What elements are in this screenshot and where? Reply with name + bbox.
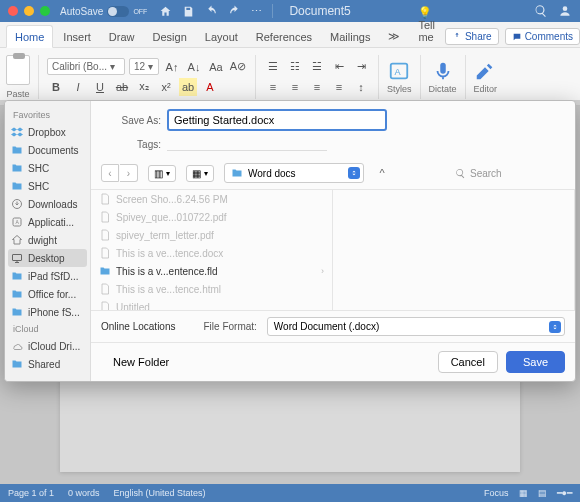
superscript-icon[interactable]: x² bbox=[157, 78, 175, 96]
collapse-icon[interactable]: ^ bbox=[374, 165, 390, 181]
saveas-input[interactable] bbox=[167, 109, 387, 131]
sidebar-item-office[interactable]: Office for... bbox=[5, 285, 90, 303]
styles-group[interactable]: A Styles bbox=[387, 60, 412, 94]
tags-input[interactable] bbox=[167, 137, 327, 151]
tab-more[interactable]: ≫ bbox=[380, 25, 408, 47]
quick-access: ⋯ bbox=[159, 5, 262, 18]
sidebar-item-dropbox[interactable]: Dropbox bbox=[5, 123, 90, 141]
file-item: Screen Sho...6.24.56 PM bbox=[91, 190, 332, 208]
share-button[interactable]: Share bbox=[445, 28, 499, 45]
sidebar-item-iphone[interactable]: iPhone fS... bbox=[5, 303, 90, 321]
location-dropdown[interactable]: Word docs bbox=[224, 163, 364, 183]
autosave-toggle[interactable]: AutoSave OFF bbox=[60, 6, 147, 17]
bullets-icon[interactable]: ☰ bbox=[264, 58, 282, 76]
sidebar-item-desktop[interactable]: Desktop bbox=[8, 249, 87, 267]
file-item: Untitled bbox=[91, 298, 332, 310]
tell-me[interactable]: 💡 Tell me bbox=[410, 1, 443, 47]
view-mode-dropdown[interactable]: ▥ ▾ bbox=[148, 165, 176, 182]
sidebar-item-shc1[interactable]: SHC bbox=[5, 159, 90, 177]
tags-label: Tags: bbox=[105, 139, 161, 150]
tab-mailings[interactable]: Mailings bbox=[322, 26, 378, 47]
new-folder-button[interactable]: New Folder bbox=[101, 352, 181, 372]
save-icon[interactable] bbox=[182, 5, 195, 18]
view-print-icon[interactable]: ▦ bbox=[519, 488, 528, 498]
align-right-icon[interactable]: ≡ bbox=[308, 78, 326, 96]
italic-icon[interactable]: I bbox=[69, 78, 87, 96]
tab-draw[interactable]: Draw bbox=[101, 26, 143, 47]
save-button[interactable]: Save bbox=[506, 351, 565, 373]
sidebar-item-shc2[interactable]: SHC bbox=[5, 177, 90, 195]
dictate-group[interactable]: Dictate bbox=[429, 60, 457, 94]
status-words[interactable]: 0 words bbox=[68, 488, 100, 498]
account-icon[interactable] bbox=[558, 4, 572, 18]
zoom-window[interactable] bbox=[40, 6, 50, 16]
undo-icon[interactable] bbox=[205, 5, 218, 18]
multilevel-icon[interactable]: ☱ bbox=[308, 58, 326, 76]
change-case-icon[interactable]: Aa bbox=[207, 58, 225, 76]
status-page[interactable]: Page 1 of 1 bbox=[8, 488, 54, 498]
cancel-button[interactable]: Cancel bbox=[438, 351, 498, 373]
document-title: Document5 bbox=[289, 4, 350, 18]
highlight-icon[interactable]: ab bbox=[179, 78, 197, 96]
view-web-icon[interactable]: ▤ bbox=[538, 488, 547, 498]
outdent-icon[interactable]: ⇤ bbox=[330, 58, 348, 76]
align-center-icon[interactable]: ≡ bbox=[286, 78, 304, 96]
paste-label: Paste bbox=[6, 89, 29, 99]
tab-home[interactable]: Home bbox=[6, 25, 53, 48]
tab-layout[interactable]: Layout bbox=[197, 26, 246, 47]
font-color-icon[interactable]: A bbox=[201, 78, 219, 96]
shrink-font-icon[interactable]: A↓ bbox=[185, 58, 203, 76]
tab-references[interactable]: References bbox=[248, 26, 320, 47]
close-window[interactable] bbox=[8, 6, 18, 16]
sidebar-item-dwight[interactable]: dwight bbox=[5, 231, 90, 249]
font-size-dropdown[interactable]: 12▾ bbox=[129, 58, 159, 75]
nav-forward-icon[interactable]: › bbox=[120, 164, 138, 182]
indent-icon[interactable]: ⇥ bbox=[352, 58, 370, 76]
font-name-dropdown[interactable]: Calibri (Bo...▾ bbox=[47, 58, 125, 75]
svg-rect-7 bbox=[13, 255, 22, 261]
sidebar-item-shared[interactable]: Shared bbox=[5, 355, 90, 373]
nav-back-icon[interactable]: ‹ bbox=[101, 164, 119, 182]
editor-group[interactable]: Editor bbox=[474, 60, 498, 94]
search-title-icon[interactable] bbox=[534, 4, 548, 18]
online-locations-button[interactable]: Online Locations bbox=[101, 321, 176, 332]
numbering-icon[interactable]: ☷ bbox=[286, 58, 304, 76]
sidebar-item-downloads[interactable]: Downloads bbox=[5, 195, 90, 213]
group-dropdown[interactable]: ▦ ▾ bbox=[186, 165, 214, 182]
dialog-main: Save As: Tags: ‹ › ▥ ▾ ▦ ▾ Word docs ^ S… bbox=[91, 101, 575, 381]
minimize-window[interactable] bbox=[24, 6, 34, 16]
home-icon[interactable] bbox=[159, 5, 172, 18]
file-item[interactable]: This is a v...entence.fld› bbox=[91, 262, 332, 280]
clear-format-icon[interactable]: A⊘ bbox=[229, 58, 247, 76]
tab-insert[interactable]: Insert bbox=[55, 26, 99, 47]
nav-arrows: ‹ › bbox=[101, 164, 138, 182]
saveas-label: Save As: bbox=[105, 115, 161, 126]
svg-text:A: A bbox=[16, 219, 20, 225]
sidebar-item-icloud[interactable]: iCloud Dri... bbox=[5, 337, 90, 355]
underline-icon[interactable]: U bbox=[91, 78, 109, 96]
line-spacing-icon[interactable]: ↕ bbox=[352, 78, 370, 96]
subscript-icon[interactable]: x₂ bbox=[135, 78, 153, 96]
justify-icon[interactable]: ≡ bbox=[330, 78, 348, 96]
status-lang[interactable]: English (United States) bbox=[114, 488, 206, 498]
search-field[interactable]: Search bbox=[455, 168, 565, 179]
file-format-dropdown[interactable]: Word Document (.docx) bbox=[267, 317, 565, 336]
tab-design[interactable]: Design bbox=[145, 26, 195, 47]
comments-button[interactable]: Comments bbox=[505, 28, 580, 45]
paste-icon[interactable] bbox=[6, 55, 30, 85]
font-group: Calibri (Bo...▾ 12▾ A↑ A↓ Aa A⊘ B I U ab… bbox=[47, 58, 247, 96]
align-left-icon[interactable]: ≡ bbox=[264, 78, 282, 96]
more-icon[interactable]: ⋯ bbox=[251, 5, 262, 18]
sidebar-item-ipad[interactable]: iPad fSfD... bbox=[5, 267, 90, 285]
sidebar-item-applications[interactable]: AApplicati... bbox=[5, 213, 90, 231]
zoom-slider[interactable]: ━●━ bbox=[557, 488, 572, 498]
status-focus[interactable]: Focus bbox=[484, 488, 509, 498]
grow-font-icon[interactable]: A↑ bbox=[163, 58, 181, 76]
file-item: This is a ve...tence.docx bbox=[91, 244, 332, 262]
sidebar-item-documents[interactable]: Documents bbox=[5, 141, 90, 159]
redo-icon[interactable] bbox=[228, 5, 241, 18]
bold-icon[interactable]: B bbox=[47, 78, 65, 96]
strike-icon[interactable]: ab bbox=[113, 78, 131, 96]
svg-text:A: A bbox=[395, 66, 402, 76]
file-column-1: Screen Sho...6.24.56 PMSpivey_que...0107… bbox=[91, 190, 333, 310]
